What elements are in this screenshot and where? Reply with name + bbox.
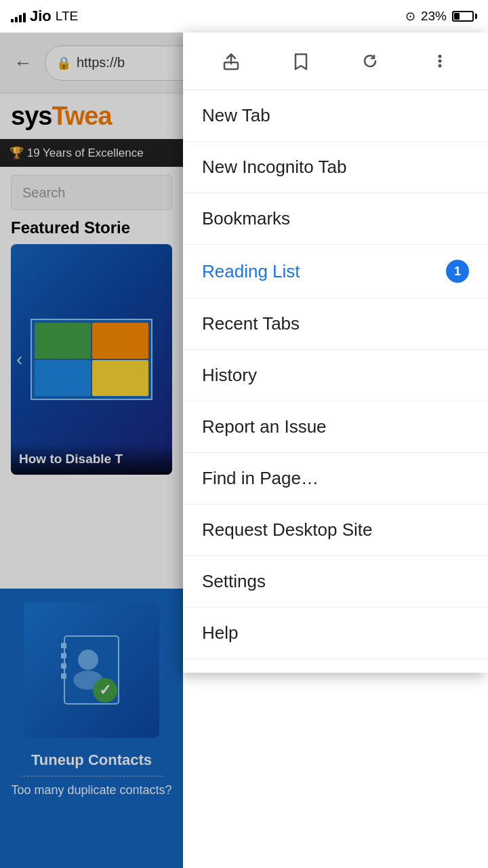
location-icon: ⊙ [405,9,415,24]
status-left: Jio LTE [11,7,78,25]
more-dots-icon [430,52,449,71]
status-bar: Jio LTE ⊙ 23% [0,0,488,33]
share-icon [222,52,241,71]
bookmark-icon [291,52,310,71]
bookmark-button[interactable] [282,42,320,80]
dropdown-backdrop[interactable] [0,33,183,868]
menu-item-bookmarks[interactable]: Bookmarks [183,193,488,245]
reload-button[interactable] [351,42,389,80]
menu-item-reading-list[interactable]: Reading List 1 [183,245,488,298]
svg-point-12 [438,64,441,68]
menu-item-recent-tabs[interactable]: Recent Tabs [183,298,488,350]
menu-item-settings[interactable]: Settings [183,556,488,608]
battery-percent: 23% [421,9,447,24]
menu-item-find-in-page[interactable]: Find in Page… [183,453,488,505]
share-button[interactable] [212,42,250,80]
dropdown-menu: New Tab New Incognito Tab Bookmarks Read… [183,33,488,673]
svg-point-11 [438,60,441,63]
battery-icon [452,11,477,22]
signal-bar-4 [23,13,26,22]
signal-bar-2 [15,17,18,22]
network-type: LTE [56,9,78,24]
menu-item-request-desktop-site[interactable]: Request Desktop Site [183,505,488,556]
menu-item-report-an-issue[interactable]: Report an Issue [183,401,488,453]
signal-bar-3 [19,15,22,22]
menu-toolbar [183,33,488,90]
menu-item-new-incognito-tab[interactable]: New Incognito Tab [183,142,488,193]
reload-icon [361,52,380,71]
signal-bar-1 [11,19,14,22]
menu-item-history[interactable]: History [183,350,488,401]
svg-point-10 [438,55,441,58]
dropdown-overlay: New Tab New Incognito Tab Bookmarks Read… [0,33,488,868]
more-button[interactable] [421,42,459,80]
status-right: ⊙ 23% [405,9,477,24]
reading-list-badge: 1 [446,260,469,283]
menu-item-new-tab[interactable]: New Tab [183,90,488,142]
signal-icon [11,10,26,22]
menu-item-help[interactable]: Help [183,608,488,659]
carrier-name: Jio [30,7,52,25]
